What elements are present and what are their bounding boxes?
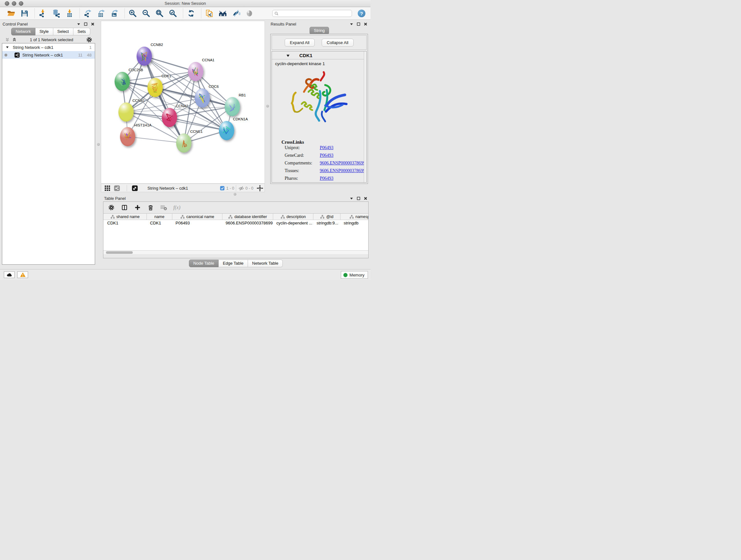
clone-network-button[interactable] <box>205 9 214 18</box>
export-table-button[interactable] <box>96 9 106 18</box>
table-row[interactable]: CDK1CDK1P064939606.ENSP00000378699cyclin… <box>104 220 368 226</box>
network-node-cdc6[interactable] <box>195 88 210 108</box>
crosslink-pharos-link[interactable]: P06493 <box>320 176 333 181</box>
tab-network-table[interactable]: Network Table <box>248 260 283 267</box>
crosslink-compartments-link[interactable]: 9606.ENSP00000378699 <box>320 161 365 166</box>
panel-menu-icon[interactable] <box>77 22 81 26</box>
tab-edge-table[interactable]: Edge Table <box>219 260 248 267</box>
network-node-ccne1[interactable] <box>176 133 192 152</box>
column-header-canonical-name[interactable]: canonical name <box>172 213 222 220</box>
network-node-ccnb2[interactable] <box>137 47 152 66</box>
column-header-database-identifier[interactable]: database identifier <box>222 213 273 220</box>
delete-column-trash-icon[interactable] <box>147 204 154 211</box>
cdk1-card-header[interactable]: CDK1 <box>272 51 366 59</box>
search-icon <box>274 11 279 16</box>
network-node-cdkn1a[interactable] <box>219 121 234 140</box>
table-cell[interactable]: CDK1 <box>150 221 161 226</box>
show-hide-graphics-details-button[interactable] <box>231 9 241 18</box>
network-view-canvas[interactable]: CCNB2CCNA1CDC25BCDK1CDC6RB1CCNB1CCNA2CDK… <box>101 21 265 184</box>
column-header-description[interactable]: description <box>273 213 313 220</box>
close-panel-icon[interactable] <box>363 196 367 200</box>
export-image-button[interactable] <box>110 9 119 18</box>
column-header-shared-name[interactable]: shared name <box>104 213 147 220</box>
zoom-out-button[interactable] <box>141 9 151 18</box>
cdk1-disclosure-icon[interactable] <box>286 54 290 58</box>
grid-view-icon[interactable] <box>105 185 111 192</box>
tab-string[interactable]: String <box>310 27 329 35</box>
save-session-button[interactable] <box>20 9 29 18</box>
network-node-cdc25b[interactable] <box>115 72 130 91</box>
right-splitter-handle[interactable] <box>266 105 269 108</box>
tab-style[interactable]: Style <box>36 28 53 36</box>
column-header-name[interactable]: name <box>147 213 172 220</box>
import-network-from-file-button[interactable] <box>38 9 48 18</box>
node-label-ccne1: CCNE1 <box>190 130 203 133</box>
network-node-ccna1[interactable] <box>188 62 203 81</box>
show-column-icon[interactable] <box>121 204 128 211</box>
tab-sets[interactable]: Sets <box>73 28 90 36</box>
network-node-cdk1[interactable] <box>147 78 163 97</box>
apply-preferred-layout-button[interactable] <box>186 9 196 18</box>
table-cell[interactable]: cyclin-dependent ... <box>276 221 313 226</box>
float-panel-icon[interactable] <box>356 196 360 200</box>
table-horizontal-scrollbar[interactable] <box>104 250 368 254</box>
function-builder-button[interactable]: f(x) <box>173 205 180 210</box>
results-scrollbar[interactable] <box>364 51 366 182</box>
collection-disclosure-icon[interactable] <box>5 45 9 49</box>
always-show-view-icon[interactable] <box>132 185 138 192</box>
left-splitter-handle[interactable] <box>97 143 100 146</box>
memory-button[interactable]: Memory <box>341 271 368 279</box>
tab-network[interactable]: Network <box>11 28 36 36</box>
table-cell[interactable]: stringdb <box>344 221 358 226</box>
fit-selected-crosshair-icon[interactable] <box>257 185 263 193</box>
import-network-from-database-button[interactable] <box>51 9 61 18</box>
expand-all-button[interactable]: Expand All <box>285 39 314 47</box>
panel-menu-icon[interactable] <box>349 22 354 26</box>
help-button[interactable]: ? <box>358 10 365 17</box>
network-view-badge-icon[interactable] <box>114 185 120 192</box>
search-input[interactable] <box>279 10 352 16</box>
crosslink-tissues-link[interactable]: 9606.ENSP00000378699 <box>320 168 365 173</box>
zoom-fit-content-button[interactable] <box>155 9 164 18</box>
close-panel-icon[interactable] <box>91 22 95 26</box>
network-node-hist1h1a[interactable] <box>120 127 135 146</box>
scrollbar-thumb[interactable] <box>106 251 133 254</box>
create-column-plus-icon[interactable] <box>134 204 141 211</box>
table-cell[interactable]: 9606.ENSP00000378699 <box>226 221 273 226</box>
import-table-from-file-button[interactable] <box>65 9 74 18</box>
table-cell[interactable]: stringdb:9... <box>317 221 338 226</box>
toggle-birds-eye-view-button[interactable] <box>245 9 254 18</box>
tab-node-table[interactable]: Node Table <box>189 260 219 267</box>
column-header-namespace[interactable]: namespace <box>340 213 368 220</box>
expand-all-icon[interactable] <box>12 37 17 42</box>
open-file-button[interactable] <box>6 9 16 18</box>
crosslink-genecard-link[interactable]: P06493 <box>320 153 333 158</box>
zoom-selected-region-button[interactable] <box>168 9 178 18</box>
panel-menu-icon[interactable] <box>349 196 354 200</box>
collapse-all-button[interactable]: Collapse All <box>322 39 354 47</box>
hidden-eye-slash-icon[interactable] <box>239 186 244 192</box>
cloud-status-button[interactable] <box>4 271 15 278</box>
network-options-gear-icon[interactable] <box>86 37 92 43</box>
tab-select[interactable]: Select <box>53 28 73 36</box>
network-node-ccnb1[interactable] <box>118 103 134 122</box>
crosslink-uniprot-link[interactable]: P06493 <box>320 145 333 150</box>
selected-checkbox-icon[interactable] <box>220 186 225 192</box>
network-node-rb1[interactable] <box>225 97 240 116</box>
network-node-ccna2[interactable] <box>162 108 177 127</box>
first-neighbors-button[interactable] <box>218 9 227 18</box>
search-box[interactable] <box>272 10 352 17</box>
table-options-gear-icon[interactable] <box>108 204 115 211</box>
network-collection-row[interactable]: String Network – cdk1 1 <box>2 44 95 51</box>
float-panel-icon[interactable] <box>356 22 360 26</box>
float-panel-icon[interactable] <box>84 22 88 26</box>
close-panel-icon[interactable] <box>363 22 367 26</box>
column-header-@id[interactable]: @id <box>313 213 340 220</box>
table-cell[interactable]: CDK1 <box>107 221 118 226</box>
export-network-button[interactable] <box>83 9 92 18</box>
collapse-all-icon[interactable] <box>5 37 10 42</box>
table-cell[interactable]: P06493 <box>176 221 190 226</box>
zoom-in-button[interactable] <box>128 9 138 18</box>
warnings-button[interactable] <box>17 271 28 278</box>
network-row-selected[interactable]: String Network – cdk1 11 48 <box>2 51 95 59</box>
